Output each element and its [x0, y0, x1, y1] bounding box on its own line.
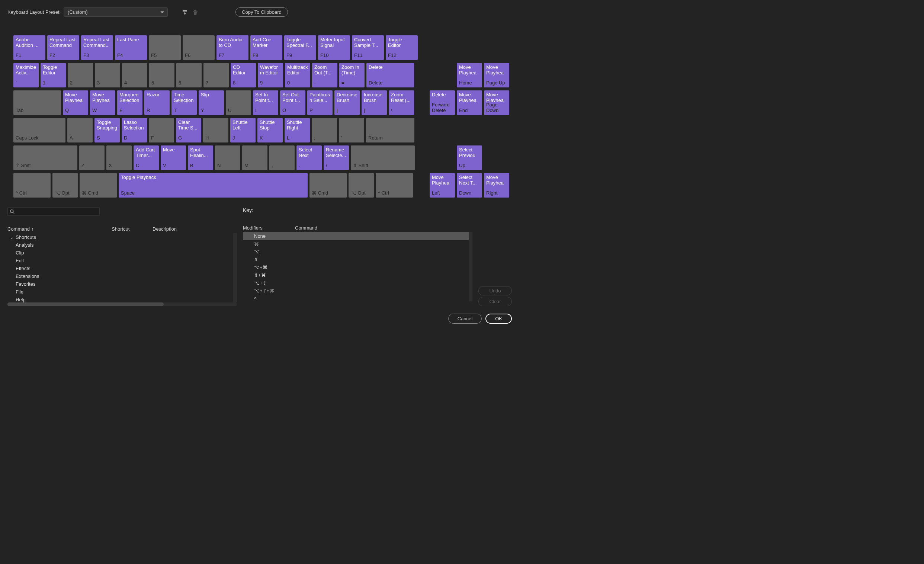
tree-row[interactable]: ›Help	[8, 296, 233, 303]
key-i[interactable]: Set In Point t...I	[253, 90, 278, 115]
key--[interactable]: Zoom Out (T...-	[312, 63, 338, 87]
key-right[interactable]: Move PlayheaRight	[484, 173, 509, 198]
key-z[interactable]: Z	[79, 146, 105, 170]
key--[interactable]: ;	[312, 118, 337, 142]
key--opt[interactable]: ⌥ Opt	[348, 173, 374, 198]
key-h[interactable]: H	[203, 118, 228, 142]
preset-select-wrap[interactable]: (Custom)	[64, 8, 168, 17]
command-column-header-right[interactable]: Command	[295, 225, 317, 231]
key-n[interactable]: N	[215, 146, 240, 170]
key-y[interactable]: SlipY	[199, 90, 224, 115]
key-5[interactable]: 5	[149, 63, 174, 87]
clear-button[interactable]: Clear	[478, 297, 512, 306]
key-tab[interactable]: Tab	[14, 90, 61, 115]
key--[interactable]: Increase Brush]	[362, 90, 387, 115]
modifier-row[interactable]: ⌥+⇧	[243, 279, 469, 287]
tree-row[interactable]: ›Extensions	[8, 272, 233, 280]
key-3[interactable]: 3	[95, 63, 120, 87]
key--cmd[interactable]: ⌘ Cmd	[80, 173, 117, 198]
key-caps-lock[interactable]: Caps Lock	[14, 118, 66, 142]
key-home[interactable]: Move PlayheaHome	[457, 63, 482, 87]
modifier-list[interactable]: None⌘⌥⇧⌥+⌘⇧+⌘⌥+⇧⌥+⇧+⌘^^+⌘	[243, 232, 472, 302]
key-f9[interactable]: Toggle Spectral F...F9	[284, 35, 316, 60]
key-x[interactable]: X	[106, 146, 132, 170]
undo-button[interactable]: Undo	[478, 286, 512, 296]
key-page-down[interactable]: Move PlayheaPage Down	[484, 90, 509, 115]
key-f10[interactable]: Meter Input SignalF10	[318, 35, 350, 60]
key-j[interactable]: Shuttle LeftJ	[230, 118, 255, 142]
key-page-up[interactable]: Move PlayheaPage Up	[484, 63, 509, 87]
modifier-row[interactable]: ⌘	[243, 240, 469, 248]
key--ctrl[interactable]: ^ Ctrl	[14, 173, 51, 198]
key-m[interactable]: M	[242, 146, 267, 170]
key-g[interactable]: Clear Time S...G	[176, 118, 201, 142]
key--[interactable]: Rename Selecte.../	[324, 146, 349, 170]
key--[interactable]: Zoom Reset (...\	[389, 90, 414, 115]
modifier-row[interactable]: None	[243, 232, 469, 240]
key-r[interactable]: RazorR	[144, 90, 170, 115]
key-e[interactable]: Marquee SelectionE	[117, 90, 142, 115]
modifier-row[interactable]: ⇧+⌘	[243, 271, 469, 279]
key--[interactable]: Zoom In (Time)=	[339, 63, 364, 87]
modifiers-column-header[interactable]: Modifiers	[243, 225, 295, 231]
key-9[interactable]: Waveform Editor9	[258, 63, 283, 87]
key--[interactable]: Decrease Brush[	[334, 90, 360, 115]
key-forward-delete[interactable]: DeleteForward Delete	[430, 90, 455, 115]
key-k[interactable]: Shuttle StopK	[257, 118, 283, 142]
tree-row[interactable]: ›Favorites	[8, 280, 233, 288]
key-l[interactable]: Shuttle RightL	[285, 118, 310, 142]
key-t[interactable]: Time SelectionT	[171, 90, 197, 115]
key-left[interactable]: Move PlayheaLeft	[430, 173, 455, 198]
key-7[interactable]: 7	[204, 63, 229, 87]
key-f3[interactable]: Repeat Last Command...F3	[81, 35, 113, 60]
tree-row[interactable]: ›Effects	[8, 264, 233, 272]
copy-clipboard-button[interactable]: Copy To Clipboard	[236, 8, 288, 17]
key-down[interactable]: Select Next T...Down	[457, 173, 482, 198]
key-delete[interactable]: DeleteDelete	[366, 63, 414, 87]
key-p[interactable]: Paintbrush Sele...P	[307, 90, 333, 115]
cancel-button[interactable]: Cancel	[448, 314, 482, 324]
shortcut-column-header[interactable]: Shortcut	[112, 226, 153, 232]
key-d[interactable]: Lasso SelectionD	[122, 118, 147, 142]
key-f11[interactable]: Convert Sample T...F11	[352, 35, 384, 60]
tree-row[interactable]: ›Analysis	[8, 241, 233, 249]
key-4[interactable]: 4	[122, 63, 147, 87]
modifier-row[interactable]: ⇧	[243, 256, 469, 263]
key-f12[interactable]: Toggle EditorF12	[386, 35, 418, 60]
key-0[interactable]: Multitrack Editor0	[285, 63, 310, 87]
key-1[interactable]: Toggle Editor1	[40, 63, 66, 87]
key-end[interactable]: Move PlayheaEnd	[457, 90, 482, 115]
key--cmd[interactable]: ⌘ Cmd	[309, 173, 346, 198]
key--[interactable]: Select Next.	[297, 146, 322, 170]
key--ctrl[interactable]: ^ Ctrl	[376, 173, 413, 198]
key-c[interactable]: Add Cart Timer...C	[134, 146, 159, 170]
description-column-header[interactable]: Description	[153, 226, 177, 232]
key-f[interactable]: F	[149, 118, 174, 142]
key--[interactable]: ,	[269, 146, 295, 170]
key-f2[interactable]: Repeat Last CommandF2	[47, 35, 79, 60]
key--shift[interactable]: ⇧ Shift	[14, 146, 77, 170]
tree-row[interactable]: ›Edit	[8, 257, 233, 264]
key-f6[interactable]: F6	[183, 35, 214, 60]
key-2[interactable]: 2	[68, 63, 93, 87]
key--opt[interactable]: ⌥ Opt	[52, 173, 78, 198]
h-scrollbar[interactable]	[8, 303, 237, 306]
key-q[interactable]: Move PlayheaQ	[63, 90, 88, 115]
key-f8[interactable]: Add Cue MarkerF8	[250, 35, 282, 60]
key-s[interactable]: Toggle SnappingS	[94, 118, 120, 142]
key-f5[interactable]: F5	[149, 35, 181, 60]
key-o[interactable]: Set Out Point t...O	[280, 90, 305, 115]
modifier-row[interactable]: ⌥+⇧+⌘	[243, 287, 469, 295]
key-b[interactable]: Spot Healin...B	[188, 146, 213, 170]
save-preset-icon[interactable]	[181, 9, 189, 16]
key-return[interactable]: Return	[366, 118, 414, 142]
key-w[interactable]: Move PlayheaW	[90, 90, 116, 115]
modifier-row[interactable]: ^	[243, 295, 469, 302]
modifier-row[interactable]: ⌥	[243, 248, 469, 256]
key-space[interactable]: Toggle PlaybackSpace	[118, 173, 308, 198]
key-f7[interactable]: Burn Audio to CDF7	[216, 35, 249, 60]
key-f4[interactable]: Last PaneF4	[115, 35, 147, 60]
preset-select[interactable]: (Custom)	[64, 8, 168, 17]
command-column-header[interactable]: Command↑	[8, 226, 33, 232]
key-8[interactable]: CD Editor8	[231, 63, 256, 87]
